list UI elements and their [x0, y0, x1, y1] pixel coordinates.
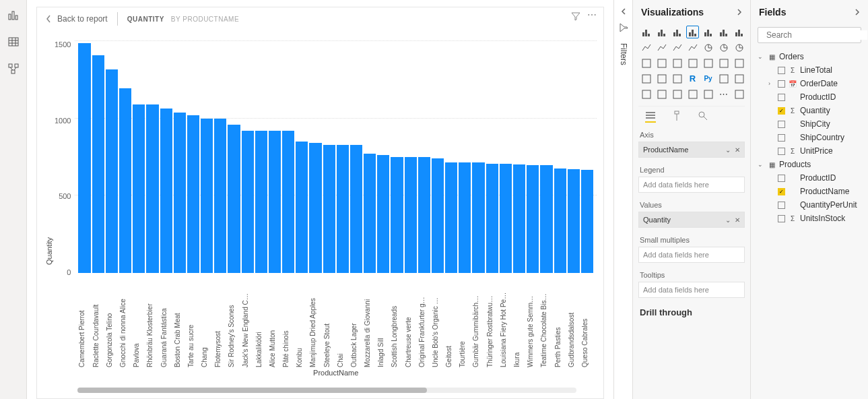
- bar[interactable]: [486, 164, 498, 273]
- bar[interactable]: [146, 104, 158, 273]
- viz-type-icon[interactable]: Py: [702, 72, 714, 85]
- bar[interactable]: [391, 157, 403, 274]
- viz-type-icon[interactable]: [717, 26, 730, 38]
- bar[interactable]: [187, 115, 199, 273]
- bar[interactable]: [269, 131, 281, 273]
- bar[interactable]: [133, 104, 145, 273]
- viz-type-icon[interactable]: [686, 88, 699, 100]
- viz-type-icon[interactable]: [655, 26, 668, 38]
- bar[interactable]: [323, 145, 335, 273]
- bar[interactable]: [106, 69, 118, 273]
- bar[interactable]: [581, 170, 593, 273]
- viz-type-icon[interactable]: [733, 26, 745, 38]
- viz-type-icon[interactable]: [702, 26, 714, 38]
- bar[interactable]: [445, 162, 457, 273]
- axis-well[interactable]: ProductName ⌄✕: [638, 142, 745, 158]
- field-shipcountry[interactable]: ShipCountry: [756, 131, 863, 144]
- chart-card[interactable]: ⋯ Back to report QUANTITY BY PRODUCTNAME…: [36, 7, 604, 399]
- bar[interactable]: [337, 145, 349, 273]
- bar[interactable]: [242, 131, 254, 273]
- viz-type-icon[interactable]: [717, 72, 730, 85]
- remove-icon[interactable]: ✕: [735, 146, 740, 154]
- bar[interactable]: [174, 113, 186, 273]
- viz-type-icon[interactable]: [640, 57, 653, 69]
- viz-type-icon[interactable]: [733, 72, 745, 85]
- bar[interactable]: [214, 119, 226, 273]
- bar[interactable]: [554, 168, 566, 273]
- bar[interactable]: [540, 165, 552, 273]
- viz-type-icon[interactable]: [671, 72, 683, 85]
- viz-type-icon[interactable]: [655, 57, 668, 69]
- bar[interactable]: [228, 125, 240, 273]
- remove-icon[interactable]: ✕: [735, 216, 740, 224]
- bar[interactable]: [255, 131, 267, 273]
- viz-type-icon[interactable]: [671, 88, 683, 100]
- field-linetotal[interactable]: ΣLineTotal: [756, 63, 863, 77]
- field-orderdate[interactable]: ›📅OrderDate: [756, 77, 863, 90]
- model-view-icon[interactable]: [5, 61, 22, 77]
- viz-type-icon[interactable]: [655, 72, 668, 85]
- expand-left-icon[interactable]: [619, 7, 628, 16]
- bar[interactable]: [282, 131, 294, 273]
- bar[interactable]: [377, 155, 389, 273]
- viz-type-icon[interactable]: [686, 26, 699, 38]
- table-orders[interactable]: ⌄▦Orders: [756, 50, 863, 63]
- viz-type-icon[interactable]: [640, 72, 653, 85]
- bar[interactable]: [92, 55, 104, 273]
- chevron-right-icon[interactable]: [735, 8, 743, 16]
- viz-type-icon[interactable]: [702, 41, 714, 54]
- tooltips-well[interactable]: Add data fields here: [638, 282, 745, 298]
- viz-type-icon[interactable]: ⋯: [717, 88, 730, 100]
- table-products[interactable]: ⌄▦Products: [756, 158, 863, 171]
- viz-type-icon[interactable]: [671, 26, 683, 38]
- field-quantity[interactable]: ✓ΣQuantity: [756, 104, 863, 117]
- viz-type-icon[interactable]: [733, 41, 745, 54]
- bar[interactable]: [418, 157, 430, 274]
- field-productid[interactable]: ProductID: [756, 90, 863, 104]
- viz-type-icon[interactable]: [640, 26, 653, 38]
- viz-type-icon[interactable]: [717, 57, 730, 69]
- viz-type-icon[interactable]: [655, 41, 668, 54]
- viz-type-icon[interactable]: [686, 57, 699, 69]
- bar[interactable]: [500, 164, 512, 273]
- bar[interactable]: [432, 158, 444, 273]
- chevron-down-icon[interactable]: ⌄: [725, 146, 731, 154]
- viz-type-icon[interactable]: [655, 88, 668, 100]
- bar[interactable]: [472, 162, 484, 273]
- bar[interactable]: [364, 154, 376, 273]
- bar[interactable]: [309, 143, 321, 273]
- legend-well[interactable]: Add data fields here: [638, 177, 745, 193]
- field-productname[interactable]: ✓ProductName: [756, 185, 863, 198]
- filters-pane-collapsed[interactable]: Filters: [613, 0, 632, 399]
- fields-tab-icon[interactable]: [645, 111, 656, 123]
- viz-type-icon[interactable]: [640, 88, 653, 100]
- back-to-report[interactable]: Back to report: [45, 14, 108, 24]
- bar[interactable]: [405, 157, 417, 274]
- values-well[interactable]: Quantity ⌄✕: [638, 212, 745, 228]
- viz-type-icon[interactable]: [733, 88, 745, 100]
- viz-type-icon[interactable]: [717, 41, 730, 54]
- analytics-tab-icon[interactable]: [698, 111, 708, 123]
- horizontal-scrollbar[interactable]: [77, 388, 576, 393]
- field-shipcity[interactable]: ShipCity: [756, 117, 863, 131]
- viz-type-icon[interactable]: [640, 41, 653, 54]
- field-quantityperunit[interactable]: QuantityPerUnit: [756, 198, 863, 212]
- bar[interactable]: [513, 164, 525, 273]
- bar[interactable]: [78, 43, 90, 273]
- bar[interactable]: [527, 165, 539, 273]
- fields-search[interactable]: [758, 27, 861, 43]
- viz-type-icon[interactable]: [702, 88, 714, 100]
- bar[interactable]: [296, 142, 308, 273]
- search-input[interactable]: [766, 30, 867, 40]
- viz-type-icon[interactable]: [671, 57, 683, 69]
- field-unitprice[interactable]: ΣUnitPrice: [756, 144, 863, 158]
- report-view-icon[interactable]: [5, 7, 22, 23]
- viz-type-icon[interactable]: [671, 41, 683, 54]
- small-multiples-well[interactable]: Add data fields here: [638, 247, 745, 263]
- data-view-icon[interactable]: [5, 34, 22, 50]
- viz-type-icon[interactable]: [733, 57, 745, 69]
- chart-plot-area[interactable]: [75, 37, 597, 273]
- chevron-down-icon[interactable]: ⌄: [725, 216, 731, 224]
- bar[interactable]: [119, 88, 131, 273]
- viz-type-icon[interactable]: [702, 57, 714, 69]
